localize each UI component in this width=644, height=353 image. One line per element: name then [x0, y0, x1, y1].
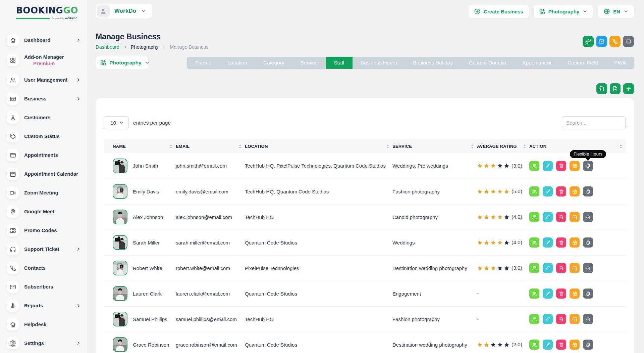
delete-button[interactable]: [556, 314, 566, 324]
staff-users-button[interactable]: [529, 161, 539, 171]
tab-business-holiday[interactable]: Business Holiday: [405, 57, 461, 69]
file-export-button[interactable]: [596, 83, 607, 94]
business-select-label: Photography: [109, 60, 142, 66]
sidebar-item-reports[interactable]: Reports: [7, 296, 81, 315]
phone-button[interactable]: [609, 36, 621, 47]
staff-users-button[interactable]: [529, 237, 539, 248]
sidebar-item-dashboard[interactable]: Dashboard: [7, 31, 81, 50]
staff-users-button[interactable]: [529, 212, 539, 222]
sidebar-item-google-meet[interactable]: Google Meet: [7, 202, 81, 221]
sort-icons[interactable]: [170, 144, 176, 148]
column-header-location[interactable]: LOCATION: [245, 139, 392, 153]
tab-business-hours[interactable]: Business Hours: [353, 57, 405, 69]
calendar-button[interactable]: [570, 186, 580, 196]
breadcrumb-section[interactable]: Photography: [131, 44, 158, 50]
sidebar-item-custom-status[interactable]: Custom Status: [7, 127, 81, 146]
staff-users-button[interactable]: [529, 263, 539, 273]
create-business-button[interactable]: Create Business: [469, 5, 529, 18]
staff-users-button[interactable]: [529, 186, 539, 196]
tab-staff[interactable]: Staff: [326, 57, 353, 69]
breadcrumb-dashboard[interactable]: Dashboard: [96, 44, 119, 50]
sidebar-item-support-ticket[interactable]: Support Ticket: [7, 240, 81, 259]
flexible-hours-button[interactable]: [583, 237, 593, 248]
staff-users-button[interactable]: [529, 340, 539, 350]
edit-button[interactable]: [543, 263, 553, 273]
sidebar-item-subscribers[interactable]: Subscribers: [7, 277, 81, 296]
sidebar-item-add-on-manager[interactable]: Add-on ManagerPremium: [7, 50, 81, 71]
edit-button[interactable]: [543, 237, 553, 248]
mail-button[interactable]: [596, 36, 607, 47]
sidebar-item-settings[interactable]: Settings: [7, 334, 81, 353]
column-header-service[interactable]: SERVICE: [392, 139, 477, 153]
sidebar-item-appointments[interactable]: Appointments: [7, 146, 81, 165]
file-download-button[interactable]: [610, 83, 621, 94]
calendar-button[interactable]: [570, 340, 580, 350]
delete-button[interactable]: [556, 212, 566, 222]
business-dropdown[interactable]: Photography: [534, 5, 593, 18]
sort-icons[interactable]: [620, 144, 626, 148]
flexible-hours-button[interactable]: [583, 161, 593, 171]
staff-users-button[interactable]: [529, 314, 539, 324]
calendar-button[interactable]: [570, 263, 580, 273]
tab-service[interactable]: Service: [292, 57, 326, 69]
business-select[interactable]: Photography: [96, 56, 149, 69]
column-header-average-rating[interactable]: AVERAGE RATING: [477, 139, 529, 153]
calendar-button[interactable]: [570, 212, 580, 222]
edit-button[interactable]: [543, 212, 553, 222]
column-header-name[interactable]: NAME: [104, 139, 176, 153]
calendar-button[interactable]: [570, 237, 580, 248]
plus-button[interactable]: [623, 83, 634, 94]
sidebar-item-promo-codes[interactable]: Promo Codes: [7, 221, 81, 240]
flexible-hours-button[interactable]: [583, 314, 593, 324]
tab-location[interactable]: Location: [219, 57, 255, 69]
language-dropdown[interactable]: EN: [598, 5, 634, 18]
column-header-email[interactable]: EMAIL: [176, 139, 245, 153]
delete-button[interactable]: [556, 186, 566, 196]
staff-location: TechHub HQ: [245, 306, 392, 332]
edit-button[interactable]: [543, 161, 553, 171]
tab-custom-field[interactable]: Custom Field: [559, 57, 606, 69]
edit-button[interactable]: [543, 314, 553, 324]
delete-button[interactable]: [556, 237, 566, 248]
sidebar-item-contacts[interactable]: Contacts: [7, 259, 81, 277]
tab-theme[interactable]: Theme: [187, 57, 219, 69]
delete-button[interactable]: [556, 340, 566, 350]
sort-icons[interactable]: [471, 144, 477, 148]
search-input[interactable]: [562, 116, 626, 129]
edit-button[interactable]: [543, 186, 553, 196]
edit-button[interactable]: [543, 340, 553, 350]
flexible-hours-button[interactable]: [583, 289, 593, 299]
tab-appointment[interactable]: Appointment: [514, 57, 559, 69]
entries-per-page-select[interactable]: 10: [104, 116, 129, 129]
tab-category[interactable]: Category: [255, 57, 292, 69]
delete-button[interactable]: [556, 289, 566, 299]
flexible-hours-button[interactable]: [583, 340, 593, 350]
sort-icons[interactable]: [239, 144, 245, 148]
chevron-down-icon: [623, 9, 629, 14]
staff-users-button[interactable]: [529, 289, 539, 299]
card-button[interactable]: [623, 36, 634, 47]
calendar-button[interactable]: [570, 314, 580, 324]
calendar-button[interactable]: [570, 161, 580, 171]
sidebar-item-appointment-calendar[interactable]: Appointment Calendar: [7, 165, 81, 183]
sidebar-item-helpdesk[interactable]: Helpdesk: [7, 315, 81, 334]
calendar-button[interactable]: [570, 289, 580, 299]
brand-powered-by: Powered By WORKDO: [52, 17, 77, 20]
flexible-hours-button[interactable]: [583, 212, 593, 222]
sidebar-item-business[interactable]: Business: [7, 89, 81, 108]
sidebar-item-zoom-meeting[interactable]: Zoom Meeting: [7, 183, 81, 202]
link-button[interactable]: [583, 36, 594, 47]
tab-pwa[interactable]: PWA: [606, 57, 634, 69]
sort-icons[interactable]: [523, 144, 529, 148]
brand-logo[interactable]: BOOKINGGO Powered By WORKDO: [0, 0, 87, 20]
sidebar-item-customers[interactable]: Customers: [7, 108, 81, 127]
delete-button[interactable]: [556, 263, 566, 273]
edit-button[interactable]: [543, 289, 553, 299]
flexible-hours-button[interactable]: [583, 186, 593, 196]
flexible-hours-button[interactable]: [583, 263, 593, 273]
workspace-selector[interactable]: WorkDo: [96, 3, 152, 19]
sort-icons[interactable]: [386, 144, 392, 148]
tab-custom-domain[interactable]: Custom Domain: [461, 57, 514, 69]
sidebar-item-user-management[interactable]: User Management: [7, 71, 81, 89]
delete-button[interactable]: [556, 161, 566, 171]
